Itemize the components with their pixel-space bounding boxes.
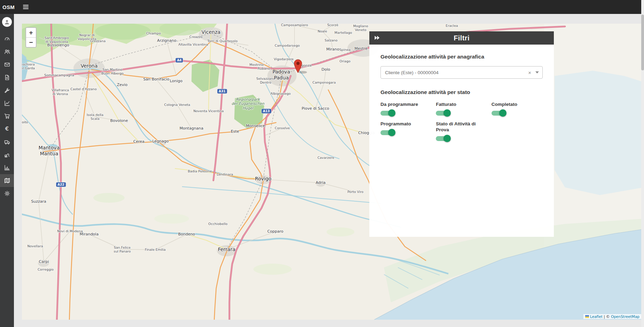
zoom-in-button[interactable]: + [26, 28, 36, 38]
sidebar-item-reports[interactable] [0, 97, 14, 110]
topbar: OSM [0, 0, 644, 14]
cart-icon [4, 113, 10, 119]
collapse-panel-icon[interactable] [374, 34, 380, 41]
filters-title: Filtri [454, 34, 470, 42]
sidebar-item-machinery[interactable] [0, 148, 14, 161]
toggle-label: Stato di Attività di Prova [436, 121, 487, 133]
sidebar-item-tools[interactable] [0, 84, 14, 97]
map-attribution: Leaflet | © OpenStreetMap [583, 314, 641, 319]
digger-icon [4, 152, 10, 158]
filters-panel-header: Filtri [369, 31, 554, 45]
sidebar-item-dashboard[interactable] [0, 32, 14, 45]
menu-toggle-button[interactable] [21, 3, 31, 11]
toggle-label: Da programmare [380, 102, 432, 108]
section-anagrafica-heading: Geolocalizzazione attività per anagrafic… [380, 54, 543, 60]
toggle-fatturato[interactable] [436, 111, 450, 116]
dropdown-caret-icon[interactable] [535, 71, 539, 73]
toggle-stato-di-attivit-di-prova[interactable] [436, 136, 450, 141]
user-avatar[interactable] [2, 17, 12, 27]
sidebar-nav: € [0, 32, 14, 200]
scrollbar-thumb[interactable] [641, 15, 644, 70]
toggle-da-programmare[interactable] [380, 111, 394, 116]
sidebar-item-vehicles[interactable] [0, 135, 14, 148]
zoom-control: + − [25, 27, 37, 48]
sidebar-item-settings[interactable] [0, 187, 14, 200]
attribution-separator: | © [603, 314, 611, 319]
marker-pin-icon [293, 59, 309, 74]
person-icon [4, 19, 10, 25]
ukraine-flag-icon [585, 315, 589, 318]
zoom-out-button[interactable]: − [26, 38, 36, 47]
leaflet-link[interactable]: Leaflet [590, 314, 603, 319]
sidebar-item-users[interactable] [0, 45, 14, 58]
filters-panel: Filtri Geolocalizzazione attività per an… [369, 31, 554, 237]
sidebar-item-documents[interactable] [0, 71, 14, 84]
gauge-icon [4, 36, 10, 42]
doc-icon [4, 75, 10, 80]
gear-icon [4, 190, 10, 196]
toggle-label: Fatturato [436, 102, 487, 108]
filter-fatturato: Fatturato [436, 102, 487, 116]
filter-stato-di-attivit-di-prova: Stato di Attività di Prova [436, 121, 487, 141]
location-marker[interactable] [293, 59, 309, 74]
toggle-completato[interactable] [492, 111, 505, 116]
sidebar-item-statistics[interactable] [0, 161, 14, 174]
customer-select[interactable]: Cliente (Este) - 00000004 × [380, 66, 543, 79]
bars-icon [4, 165, 10, 171]
users-icon [4, 49, 10, 55]
map-canvas[interactable]: Sant'Ambrogio di ValpolicellaNegrar di V… [22, 24, 644, 320]
customer-select-value: Cliente (Este) - 00000004 [385, 70, 528, 75]
sidebar-item-map[interactable] [0, 174, 14, 187]
sidebar: € [0, 14, 14, 327]
map-icon [4, 178, 10, 184]
chart-icon [4, 100, 10, 106]
filter-programmato: Programmato [380, 121, 432, 141]
toggle-label: Programmato [380, 121, 432, 127]
status-toggle-grid: Da programmareFatturatoCompletatoProgram… [380, 102, 543, 141]
osm-link[interactable]: OpenStreetMap [611, 314, 639, 319]
filter-completato: Completato [492, 102, 543, 116]
mail-icon [4, 62, 10, 68]
toggle-programmato[interactable] [380, 130, 394, 135]
clear-selection-icon[interactable]: × [528, 70, 531, 75]
euro-icon: € [5, 126, 9, 132]
filters-panel-body: Geolocalizzazione attività per anagrafic… [369, 45, 554, 237]
truck-icon [4, 139, 10, 145]
toggle-label: Completato [492, 102, 543, 108]
page-scrollbar[interactable] [641, 0, 644, 327]
filter-da-programmare: Da programmare [380, 102, 432, 116]
wrench-icon [4, 87, 10, 93]
app-logo: OSM [0, 4, 16, 10]
sidebar-item-orders[interactable] [0, 110, 14, 123]
section-stato-heading: Geolocalizzazione attività per stato [380, 89, 543, 95]
sidebar-item-billing[interactable]: € [0, 123, 14, 135]
sidebar-item-messages[interactable] [0, 58, 14, 71]
